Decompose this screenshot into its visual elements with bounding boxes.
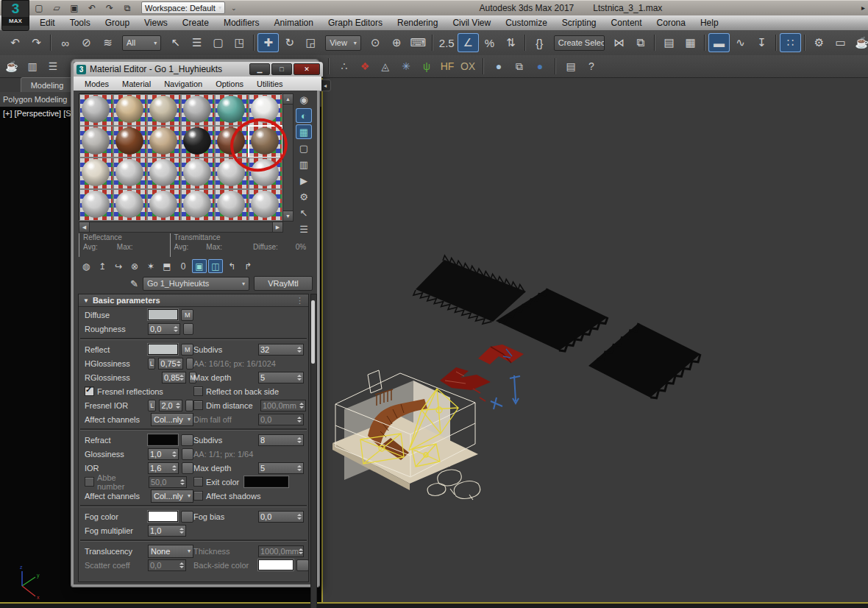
options-icon[interactable]: ⚙ <box>296 189 312 204</box>
menu-item[interactable]: Options <box>209 78 250 90</box>
close-button[interactable]: ✕ <box>294 63 320 75</box>
menu-item[interactable]: Group <box>98 16 137 29</box>
scroll-right-icon[interactable]: ▶ <box>272 222 283 233</box>
menu-item[interactable]: Material <box>115 78 157 90</box>
select-and-move-icon[interactable]: ✚ <box>257 33 279 52</box>
make-unique-icon[interactable]: ✶ <box>143 259 158 273</box>
align-icon[interactable]: ⧉ <box>630 33 651 52</box>
material-sample-slot[interactable] <box>249 189 282 221</box>
redo-icon[interactable]: ↷ <box>26 33 47 52</box>
dim-falloff-field[interactable]: 0,0 <box>258 414 304 425</box>
hglossiness-lock-button[interactable]: L <box>148 358 155 370</box>
fog-color-map-button[interactable] <box>181 511 193 523</box>
menu-item[interactable]: Customize <box>498 16 555 29</box>
menu-item[interactable]: Help <box>693 16 726 29</box>
material-sample-slot[interactable] <box>79 189 113 221</box>
angle-snap-icon[interactable]: ∠ <box>458 33 479 52</box>
rendered-frame-icon[interactable]: ▭ <box>830 33 851 52</box>
material-sample-slot[interactable] <box>181 94 215 126</box>
undo-icon[interactable]: ↶ <box>4 33 26 52</box>
viewport-capture-icon[interactable]: ⧉ <box>511 57 528 75</box>
material-sample-slot[interactable] <box>147 94 181 126</box>
material-type-button[interactable]: VRayMtl <box>254 276 313 291</box>
select-by-material-icon[interactable]: ↖ <box>296 205 312 220</box>
refract-maxdepth-field[interactable]: 5 <box>258 462 304 474</box>
menu-item[interactable]: Graph Editors <box>321 16 390 29</box>
bind-to-spacewarp-icon[interactable]: ≋ <box>97 33 118 52</box>
hglossiness-field[interactable]: 0,75 <box>158 358 182 370</box>
material-sample-slot[interactable] <box>79 126 113 158</box>
abbe-checkbox[interactable] <box>85 477 94 487</box>
clipboard-icon[interactable]: ▤ <box>562 57 580 75</box>
select-object-icon[interactable]: ↖ <box>165 33 186 52</box>
sphere-select-icon[interactable]: ● <box>531 57 549 75</box>
sphere-tool-icon[interactable]: ● <box>490 57 508 75</box>
material-sample-slot[interactable] <box>79 94 113 126</box>
render-list-icon[interactable]: ☰ <box>44 57 62 75</box>
affect-channels-dropdown-2[interactable]: Col...nly▾ <box>151 489 193 503</box>
percent-snap-icon[interactable]: % <box>479 33 500 52</box>
put-to-scene-icon[interactable]: ↥ <box>95 259 110 273</box>
mirror-icon[interactable]: ⋈ <box>608 33 630 52</box>
reflect-map-button[interactable]: M <box>181 344 193 356</box>
menu-item[interactable]: Rendering <box>390 16 445 29</box>
go-forward-sibling-icon[interactable]: ↱ <box>241 259 255 273</box>
material-sample-slot[interactable] <box>147 189 181 221</box>
connect-icon[interactable]: ❖ <box>356 57 374 75</box>
exit-color-checkbox[interactable] <box>193 477 203 487</box>
redo-icon[interactable]: ↷ <box>103 2 116 14</box>
rendered-image-icon[interactable]: ▥ <box>24 57 41 75</box>
menu-item[interactable]: Corona <box>650 16 693 29</box>
ribbon-panel-polygon-modeling[interactable]: Polygon Modeling <box>0 92 75 107</box>
select-and-rotate-icon[interactable]: ↻ <box>279 33 300 52</box>
select-and-scale-icon[interactable]: ◲ <box>300 33 321 52</box>
sample-uv-tiling-icon[interactable]: ▢ <box>296 141 312 155</box>
assign-to-selection-icon[interactable]: ↪ <box>111 259 126 273</box>
show-end-result-icon[interactable]: ◫ <box>208 259 223 273</box>
selection-filter-dropdown[interactable]: All▾ <box>122 35 161 51</box>
sample-vertical-scrollbar[interactable]: ▲ ▼ <box>282 93 294 222</box>
unlink-selection-icon[interactable]: ⊘ <box>76 33 97 52</box>
material-sample-slot[interactable] <box>147 126 181 158</box>
material-sample-slot[interactable] <box>147 158 181 189</box>
menu-item[interactable]: Content <box>604 16 650 29</box>
maximize-button[interactable]: □ <box>271 63 292 75</box>
material-sample-slot[interactable] <box>113 126 147 158</box>
material-sample-slot[interactable] <box>113 189 147 221</box>
viewport-perspective[interactable] <box>323 77 868 602</box>
menu-item[interactable]: Animation <box>267 16 321 29</box>
material-sample-slot[interactable] <box>113 94 147 126</box>
roughness-field[interactable]: 0,0 <box>148 323 180 335</box>
use-pivot-center-icon[interactable]: ⊙ <box>365 33 386 52</box>
menu-item[interactable]: Views <box>137 16 175 29</box>
parameters-scrollbar[interactable] <box>310 294 317 608</box>
material-sample-slot[interactable] <box>181 158 215 189</box>
material-sample-slot[interactable] <box>113 158 147 189</box>
render-teapot-icon[interactable]: ☕ <box>3 57 21 75</box>
snaps-toggle-icon[interactable]: 2.5 <box>436 33 458 52</box>
roughness-map-button[interactable] <box>183 323 193 335</box>
reset-map-icon[interactable]: ⊗ <box>127 259 142 273</box>
project-folder-icon[interactable]: ⧉ <box>121 2 134 14</box>
fresnel-ior-lock-button[interactable]: L <box>148 400 156 411</box>
toolbar-overflow-icon[interactable]: ⌄ <box>231 4 237 12</box>
viewport-divider[interactable] <box>321 77 323 603</box>
material-sample-slot[interactable] <box>215 94 249 126</box>
menu-item[interactable]: Tools <box>63 16 98 29</box>
reflect-color-swatch[interactable] <box>148 344 178 355</box>
spinner-snap-icon[interactable]: ⇅ <box>500 33 522 52</box>
render-setup-icon[interactable]: ⚙ <box>808 33 830 52</box>
fog-multiplier-field[interactable]: 1,0 <box>148 525 186 537</box>
abbe-field[interactable]: 50,0 <box>149 476 187 488</box>
dope-sheet-icon[interactable]: ↧ <box>751 33 772 52</box>
diffuse-color-swatch[interactable] <box>148 309 178 320</box>
ribbon-toggle-icon[interactable]: ▬ <box>708 33 730 52</box>
titlebar-arrow-icon[interactable]: ▸ <box>861 4 865 12</box>
go-to-parent-icon[interactable]: ↰ <box>224 259 239 273</box>
viewport-label[interactable]: [+] [Perspective] [S <box>3 109 71 118</box>
thickness-field[interactable]: 1000,0mm <box>258 545 304 557</box>
menu-item[interactable]: Navigation <box>157 78 209 90</box>
reference-coordinate-dropdown[interactable]: View▾ <box>325 35 361 51</box>
menu-item[interactable]: Utilities <box>250 78 289 90</box>
refract-subdivs-field[interactable]: 8 <box>258 434 304 446</box>
